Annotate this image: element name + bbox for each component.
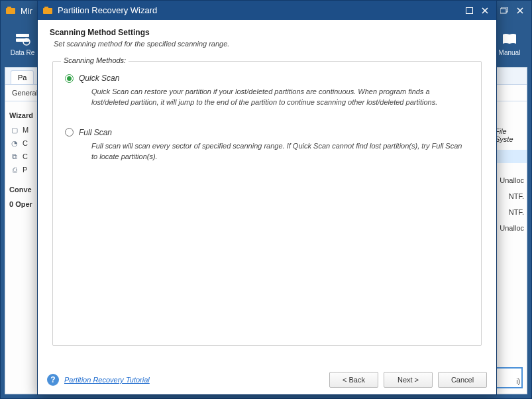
- copy-icon: ⧉: [9, 152, 20, 161]
- quick-scan-description: Quick Scan can restore your partition if…: [65, 87, 469, 108]
- tutorial-link[interactable]: Partition Recovery Tutorial: [64, 376, 150, 384]
- wizard-footer: ? Partition Recovery Tutorial < Back Nex…: [38, 365, 496, 394]
- toolbar-label: Manual: [499, 49, 521, 56]
- radio-full-scan[interactable]: Full Scan: [65, 128, 469, 137]
- manual-icon: [501, 32, 518, 46]
- clock-icon: ◔: [9, 139, 20, 148]
- help-icon[interactable]: ?: [47, 374, 59, 386]
- wizard-header: Scanning Method Settings Set scanning me…: [38, 20, 496, 52]
- radio-quick-scan[interactable]: Quick Scan: [65, 74, 469, 83]
- radio-icon: [65, 128, 74, 137]
- print-icon: ⎙: [9, 165, 20, 174]
- svg-rect-9: [43, 8, 52, 14]
- fs-row: Unalloc: [495, 224, 527, 232]
- page-title: Scanning Method Settings: [50, 28, 484, 37]
- wizard-title: Partition Recovery Wizard: [58, 5, 157, 15]
- main-title: Mir: [21, 6, 32, 16]
- app-icon: [5, 5, 17, 17]
- restore-icon[interactable]: [497, 5, 511, 17]
- wizard-titlebar: Partition Recovery Wizard: [38, 1, 496, 20]
- fs-row: Unalloc: [495, 176, 527, 184]
- radio-label: Quick Scan: [79, 74, 119, 83]
- toolbar-label: Data Re: [11, 49, 35, 56]
- svg-rect-6: [16, 34, 29, 37]
- fs-row: NTF.: [495, 208, 527, 216]
- doc-icon: ▢: [9, 125, 20, 135]
- radio-icon: [65, 74, 74, 83]
- close-icon[interactable]: [513, 5, 527, 17]
- col-header: File Syste: [495, 127, 527, 143]
- svg-rect-1: [7, 7, 11, 9]
- app-icon: [42, 5, 54, 17]
- fs-row: NTF.: [495, 192, 527, 200]
- disk-selection[interactable]: i): [494, 367, 523, 388]
- back-button[interactable]: < Back: [329, 372, 378, 388]
- wizard-window: Partition Recovery Wizard Scanning Metho…: [37, 0, 497, 395]
- filesystem-column: File Syste Unalloc NTF. NTF. Unalloc: [495, 127, 527, 240]
- data-icon: [14, 32, 31, 46]
- row-highlight[interactable]: [495, 150, 527, 163]
- cancel-button[interactable]: Cancel: [438, 372, 487, 388]
- radio-label: Full Scan: [79, 128, 112, 137]
- toolbar-item-data[interactable]: Data Re: [7, 32, 38, 56]
- full-scan-description: Full scan will scan every sector of spec…: [65, 141, 469, 162]
- fieldset-legend: Scanning Methods:: [61, 56, 129, 64]
- page-subtitle: Set scanning method for the specified sc…: [50, 40, 484, 48]
- scanning-methods-fieldset: Scanning Methods: Quick Scan Quick Scan …: [52, 61, 482, 346]
- svg-rect-0: [6, 8, 15, 14]
- maximize-icon[interactable]: [462, 5, 476, 17]
- svg-rect-11: [466, 7, 472, 13]
- close-icon[interactable]: [478, 5, 492, 17]
- next-button[interactable]: Next >: [384, 372, 433, 388]
- svg-rect-3: [500, 9, 506, 13]
- tab-partition[interactable]: Pa: [11, 70, 34, 84]
- toolbar-item-manual[interactable]: Manual: [494, 32, 525, 56]
- svg-rect-10: [44, 7, 48, 9]
